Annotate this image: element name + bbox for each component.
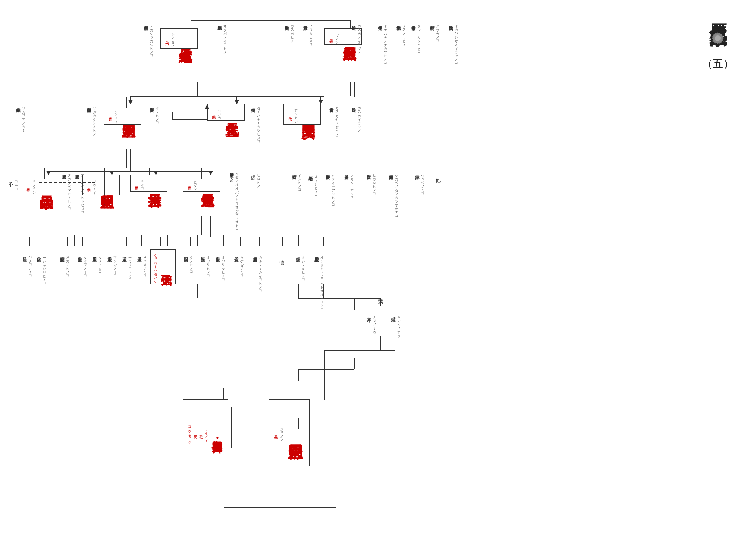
ankan-box: 二十七代 アンカン 安閑天皇	[283, 104, 321, 125]
hikage-label: ヒカゲヒメコ 日影皇女	[366, 172, 377, 194]
tame-label: タメノミコ 田目皇子	[91, 254, 103, 272]
kura-label: クライナアヤヒメコ 倉稚綾姫皇女	[324, 172, 336, 205]
tamehime-label: タメヒメコ 田目皇女	[183, 254, 194, 272]
jomei-box: 三十四代 ジョメイ 舒明天皇	[269, 399, 310, 466]
yakebe-label: ヤカベノタマカツオオエコ 宅部珠勝大兄皇子	[388, 172, 399, 216]
keitai-box: 二十六代 ケイタイ 継体天皇	[160, 28, 198, 49]
nishikishiro-label: ニシキシロヒメコ 錦代皇女	[35, 254, 47, 284]
chinu-label: チヌノオウ 茅渟王	[366, 313, 377, 332]
kamue-label: ホカムエアシコ 上殖葦蒼子	[343, 172, 354, 198]
ise-label: イセノオオバノカミオグマノオトコ 伊勢大庭管小熊の女	[229, 170, 239, 229]
kasuga-label: カスガヒメ 春日山田皇女	[283, 22, 295, 41]
toma-label: タイマノミコ 当麻皇子	[76, 254, 88, 276]
nukada-label: ヌカタベマヒトヒメコ 額田部間人皇女	[62, 172, 72, 209]
main-container: 歴代天皇系図	[0, 0, 756, 535]
makame-label: マワカヒメコ 真稚皇女	[302, 22, 313, 45]
shotoku-box: ショウトクタイシ 聖徳太子	[150, 249, 176, 284]
svg-point-54	[715, 35, 721, 41]
abe-label: ウベベノミコ 宇部部皇子	[414, 172, 425, 194]
tachibana-label: タチバナノナカツヒメコ 橘仲皇女	[377, 22, 388, 63]
ue-label: エウリコノミコ 殖栗皇子	[121, 254, 132, 280]
kasuga-yamada-label2: カスガヤマダヒメコ 春日山田皇女	[328, 104, 339, 138]
kinmei-box: 二十九代 キンメイ 欽明天皇	[104, 104, 141, 125]
kome-label: コメメノミコ 米目皇子	[136, 254, 147, 276]
title-text: 歴代天皇系図	[706, 9, 730, 18]
ishibahime-label: イシヒメコ 石姫皇女	[148, 104, 160, 123]
kougoku-box: コウギョク 三十五代 三十七代 サイメイ 皇極・ 斉明天皇	[183, 399, 228, 466]
sushun-box: 三十二代 スシュン 崇峻天皇	[22, 175, 59, 195]
owari2-label: オワリヒメコ 尾張皇女	[200, 254, 211, 276]
takeda-label: タケダノミコ 竹田皇子	[233, 254, 244, 276]
asaga-label: アサガメコ 朝嬬皇女	[429, 22, 440, 41]
ishibahime2-label: イシヒメコ 石姫皇女	[291, 172, 302, 190]
hirohime-label: ヒロヒメ 広姫	[250, 172, 261, 187]
oshinumi-label: カルヌミカイコヒメコ 蒭道貝蛸皇女	[252, 254, 263, 291]
title-block: 歴代天皇系図	[689, 9, 747, 71]
hachinoko-label: ハチコノミコ 蜂子皇子	[22, 254, 33, 276]
oharida-label: オハリタヒメコ 小墾田皇女	[214, 254, 226, 280]
kasugamusume-label: カスガノイラツメ 春日娘子	[351, 22, 362, 52]
kiku-emblem	[704, 24, 732, 52]
tegashira2-label: タシロカシヒメコ 手白香皇女	[410, 22, 421, 52]
tachi-naka-label: タチバナナカツヒメコ 橘仲皇女	[250, 104, 261, 142]
koteko-label: コテコ 小手子	[7, 178, 19, 190]
suiko-box: 三十三代 スイコ 推古天皇	[130, 175, 167, 192]
owari-label: オタバメイコヒメ 尾張目子媛	[216, 22, 228, 52]
soga-katashio-label: ソガカタシオヒメ 蘇我堅塩媛	[86, 104, 97, 134]
kasuga-娘子-label2: カスガイラツメ 春日娘子	[351, 104, 362, 131]
hashiri-label: オシヌミヒメコ 梯姫皇女	[295, 254, 306, 280]
tegashira-label: テガシラカシヒメコ 手白香皇女	[143, 22, 154, 56]
subtitle-text: （五）	[689, 57, 747, 71]
kibi-label: キビヒメオウ 吉備姫王	[390, 313, 401, 336]
soga-koanokami-label: ソガコアノカミ 蘇我小姉君	[15, 104, 26, 131]
yomei-box: 三十一代 ヨウメイ 用明天皇	[82, 175, 120, 195]
komeno-label: クスノキヒメコ 棟米皇女	[395, 22, 407, 49]
senka-box: 二十八代 センカ 宣化天皇	[207, 104, 245, 121]
sake-label: スカテヒメコ 酢香手姫皇女	[59, 254, 70, 276]
takahashi-label: タカハシオオイラツメコ 高橋大娘皇女	[448, 22, 459, 63]
manda-label: マンダノミコ 茨田皇子	[106, 254, 117, 276]
bidatsu-box: 三十代 ビダツ 敏達天皇	[183, 175, 220, 192]
koishi-box: オイシヒメコ 小石姫皇女	[306, 172, 320, 197]
oshisaka-label: オシサカノヒコヒトオオエノミコ 押坂彦人大兄皇子	[313, 254, 324, 310]
